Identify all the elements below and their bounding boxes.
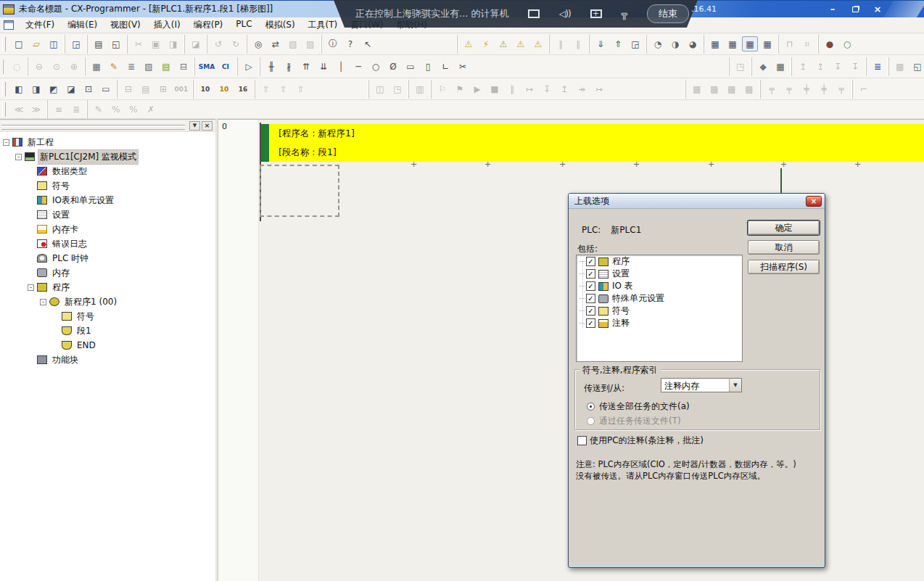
binary-display-icon[interactable]: 001 — [173, 81, 190, 96]
print-preview-icon[interactable]: ◱ — [108, 36, 124, 51]
goto-next-jump-icon[interactable]: ↥ — [812, 59, 828, 74]
window-properties-icon[interactable]: ▭ — [98, 81, 114, 96]
new-file-icon[interactable]: □ — [11, 36, 27, 51]
upload-item-comments[interactable]: ✓注释 — [577, 317, 742, 329]
force-on-icon[interactable]: ● — [822, 36, 838, 51]
scan-run-icon[interactable]: ↣ — [591, 81, 607, 96]
symbol-table-icon[interactable]: ▤ — [158, 59, 174, 74]
pause-simulator-icon[interactable]: ∥ — [553, 36, 569, 51]
view-symbols-icon[interactable]: ◪ — [63, 81, 79, 96]
time-chart-monitor-icon[interactable]: ⌗ — [799, 36, 815, 51]
tree-item-project[interactable]: -新工程 — [0, 135, 215, 149]
replace-symbol-icon[interactable]: ▨ — [302, 36, 318, 51]
loop-return-icon[interactable]: ⌐ — [856, 81, 872, 96]
tile-window-icon[interactable]: ▤ — [138, 81, 154, 96]
tree-item-plc1[interactable]: -新PLC1[CJ2M] 监视模式 — [0, 149, 215, 164]
view-sections-icon[interactable]: ⊡ — [81, 81, 96, 96]
radio-off-icon[interactable] — [587, 417, 595, 425]
simulation-stop-icon[interactable]: ■ — [487, 81, 503, 96]
upload-item-program[interactable]: ✓程序 — [577, 255, 742, 268]
restore-button[interactable] — [849, 4, 861, 15]
checkbox-io-table[interactable]: ✓ — [586, 281, 595, 291]
close-button[interactable]: × — [872, 4, 883, 15]
step-into-icon[interactable]: ↧ — [539, 81, 555, 96]
upload-items-list[interactable]: ✓程序✓设置✓IO 表✓特殊单元设置✓符号✓注释 — [576, 255, 743, 362]
rung-comment-edit-icon[interactable]: ✎ — [106, 59, 122, 74]
step-out-icon[interactable]: ↥ — [556, 81, 572, 96]
help-topics-icon[interactable]: ? — [342, 36, 358, 51]
edit-tool-cancel-icon[interactable]: ✗ — [143, 102, 159, 117]
grid-toggle-icon[interactable]: ▦ — [88, 59, 104, 74]
update-symbols-icon[interactable]: ▨ — [141, 59, 157, 74]
breakpoint-set-icon[interactable]: ▩ — [689, 81, 705, 96]
online-edit-rungs-icon[interactable]: ◳ — [733, 59, 748, 74]
save-file-icon[interactable]: ◫ — [46, 36, 62, 51]
tree-item-settings[interactable]: 设置 — [0, 207, 215, 222]
panel-close-button[interactable]: × — [202, 121, 213, 131]
auto-online-icon[interactable]: ⚡ — [478, 36, 494, 51]
breakpoint-enable-icon[interactable]: ▩ — [724, 81, 740, 96]
data-trace-sma-icon[interactable]: SMA — [198, 59, 215, 74]
edit-tool-percent-1-icon[interactable]: % — [108, 102, 124, 117]
radio-on-icon[interactable] — [587, 403, 595, 411]
pause-monitor-window-icon[interactable]: ▦ — [742, 36, 758, 51]
data-trace-window-icon[interactable]: ▥ — [412, 81, 428, 96]
monitor-hex-icon[interactable]: 16 — [234, 81, 252, 96]
use-pc-comments-checkbox[interactable] — [577, 436, 587, 445]
upload-item-special-unit-setup[interactable]: ✓特殊单元设置 — [577, 292, 742, 305]
tree-item-programs[interactable]: -程序 — [0, 280, 215, 294]
contact-down-diff-icon[interactable]: ⇊ — [315, 59, 331, 74]
goto-prev-jump-icon[interactable]: ↥ — [795, 59, 811, 74]
fullscreen-icon[interactable] — [528, 9, 540, 18]
pause-with-trigger-icon[interactable]: ⚐ — [434, 81, 450, 96]
undo-icon[interactable]: ↺ — [210, 36, 226, 51]
save-monitor-data-icon[interactable]: ◫ — [372, 81, 388, 96]
set-value-2-icon[interactable]: ⇧ — [276, 81, 292, 96]
pin-tool-icon[interactable]: ╦ — [622, 8, 627, 20]
breakpoint-disable-icon[interactable]: ▩ — [741, 81, 757, 96]
restore-monitor-data-icon[interactable]: ◳ — [389, 81, 405, 96]
expander-icon[interactable]: - — [3, 139, 9, 146]
cross-reference-popup-icon[interactable]: CI — [217, 59, 234, 74]
rung-annotation-icon[interactable]: ≣ — [123, 59, 139, 74]
menu-plc[interactable]: PLC — [229, 17, 258, 33]
set-value-1-icon[interactable]: ⇧ — [258, 81, 274, 96]
contact-nc-icon[interactable]: ∦ — [281, 59, 297, 74]
delete-connection-icon[interactable]: ✂ — [455, 59, 471, 74]
local-symbols-icon[interactable]: ⊟ — [176, 59, 191, 74]
menu-tools[interactable]: 工具(T) — [302, 17, 345, 33]
instruction-box-icon[interactable]: ▭ — [403, 59, 418, 74]
upload-item-settings[interactable]: ✓设置 — [577, 268, 742, 280]
radio-transfer-all-files[interactable]: 传送全部任务的文件(a) — [587, 400, 690, 413]
find-icon[interactable]: ◎ — [250, 36, 266, 51]
checkbox-special-unit-setup[interactable]: ✓ — [586, 294, 595, 303]
tree-item-function-blocks[interactable]: 功能块 — [0, 353, 215, 367]
coil-closed-icon[interactable]: Ø — [385, 59, 401, 74]
volume-icon[interactable]: ◁)) — [559, 9, 571, 19]
use-pc-comments-checkbox-row[interactable]: 使用PC的注释(条注释，批注) — [577, 434, 704, 447]
panel-dropdown-button[interactable]: ▼ — [189, 121, 200, 131]
monitor-clock-icon[interactable]: ▦ — [725, 36, 741, 51]
pause-icon[interactable]: ∥ — [570, 36, 586, 51]
continuous-step-run-icon[interactable]: ↠ — [574, 81, 590, 96]
zoom-out-icon[interactable]: ⊖ — [31, 59, 47, 74]
tree-item-memory[interactable]: 内存 — [0, 265, 215, 280]
zoom-fit-icon[interactable]: ◌ — [9, 59, 25, 74]
menu-edit[interactable]: 编辑(E) — [61, 17, 104, 33]
chevron-down-icon[interactable]: ▼ — [729, 379, 741, 392]
function-invoke-icon[interactable]: ∟ — [437, 59, 453, 74]
work-online-icon[interactable]: ⚠ — [461, 36, 477, 51]
ok-button[interactable]: 确定 — [748, 221, 820, 235]
tree-item-io-table[interactable]: IO表和单元设置 — [0, 193, 215, 207]
menu-file[interactable]: 文件(F) — [19, 17, 61, 33]
step-run-icon[interactable]: ↦ — [521, 81, 537, 96]
find-symbol-icon[interactable]: ▧ — [285, 36, 301, 51]
network-simulator-icon[interactable]: ⚠ — [513, 36, 529, 51]
differential-monitor-5-icon[interactable]: ╤ — [833, 81, 849, 96]
replace-icon[interactable]: ⇄ — [268, 36, 284, 51]
upload-item-symbols[interactable]: ✓符号 — [577, 305, 742, 317]
breakpoint-clear-icon[interactable]: ▩ — [706, 81, 722, 96]
expander-icon[interactable]: - — [15, 154, 22, 160]
pause-monitoring-icon[interactable]: ⚑ — [452, 81, 468, 96]
paste-rung-icon[interactable]: ◪ — [188, 36, 204, 51]
